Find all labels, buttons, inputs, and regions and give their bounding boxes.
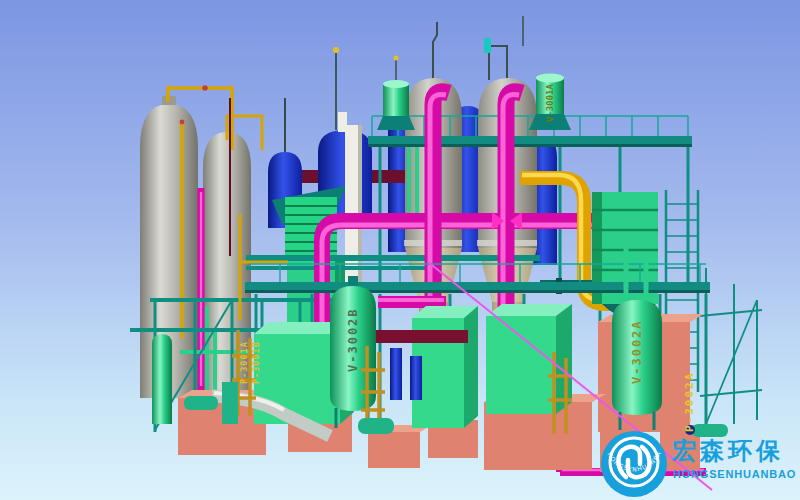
vent-tip-2 [394,56,399,61]
logo-chinese-name: 宏森环保 [671,437,784,465]
vessel-v3001a-label: V-3001A [545,83,555,122]
logo-latin-name: HONGSENHUANBAO [673,468,796,480]
vessel-v3002b-label: V-3002B [346,307,360,372]
vessel-v3002b: V-3002B [330,276,376,428]
pump-motor-left [184,396,218,410]
vessel-v3002a-label: V-3002A [630,319,644,384]
pump-tag-p3001a: P-3001A [239,341,249,384]
pump-motor-center [358,418,394,434]
pump-body-left [222,382,238,424]
blue-mini-pump-1 [390,348,402,400]
pump-motor-right [692,424,728,437]
plant-3d-render: V-3001A [0,0,800,500]
pump-tag-p3001b: P-3001B [251,341,261,384]
pump-tag-p3002a: P-3002A [683,372,696,432]
scene-canvas: V-3001A [0,0,800,500]
vent-tip [333,47,339,53]
blue-mini-pump-2 [410,356,422,400]
slim-green-vessel [152,334,172,424]
green-box-tank-3 [486,304,572,414]
cyan-top-fitting [484,38,491,53]
